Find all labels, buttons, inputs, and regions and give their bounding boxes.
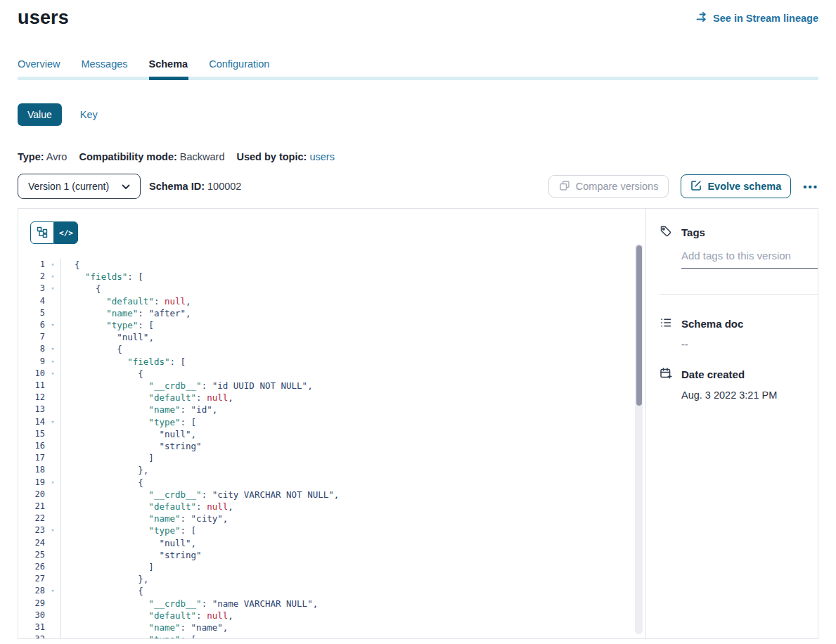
- code-line: 8▾ {: [18, 343, 645, 355]
- line-number: 1: [18, 259, 45, 271]
- line-number: 28: [18, 585, 45, 597]
- line-number: 6: [18, 319, 45, 331]
- type-label: Type:: [18, 151, 44, 162]
- page-title: users: [18, 7, 69, 29]
- line-number: 26: [18, 561, 45, 573]
- key-toggle-link[interactable]: Key: [80, 109, 98, 120]
- code-text: {: [60, 368, 645, 380]
- code-view-toolbar: </>: [18, 209, 645, 244]
- code-line: 24 "null",: [18, 537, 645, 549]
- compare-versions-button[interactable]: Compare versions: [548, 175, 669, 198]
- more-options-button[interactable]: •••: [803, 181, 818, 193]
- code-line: 16 "string": [18, 440, 645, 452]
- fold-spacer: [45, 561, 60, 573]
- version-select[interactable]: Version 1 (current): [18, 174, 141, 199]
- compare-versions-label: Compare versions: [576, 181, 659, 192]
- fold-arrow-icon[interactable]: ▾: [45, 283, 60, 295]
- schema-code-editor[interactable]: 1▾{2▾ "fields": [3▾ {4 "default": null,5…: [18, 259, 645, 638]
- line-number: 7: [18, 331, 45, 343]
- code-line: 5 "name": "after",: [18, 307, 645, 319]
- schema-id-value: 100002: [207, 181, 241, 192]
- line-number: 30: [18, 610, 45, 622]
- line-number: 15: [18, 428, 45, 440]
- fold-spacer: [45, 380, 60, 392]
- line-number: 2: [18, 271, 45, 283]
- line-number: 24: [18, 537, 45, 549]
- compatibility-value: Backward: [180, 151, 225, 162]
- fold-arrow-icon[interactable]: ▾: [45, 343, 60, 355]
- code-text: "__crdb__": "name VARCHAR NULL",: [60, 598, 645, 610]
- tree-view-button[interactable]: [30, 221, 54, 244]
- line-number: 13: [18, 404, 45, 416]
- fold-spacer: [45, 537, 60, 549]
- fold-spacer: [45, 440, 60, 452]
- schema-id-label: Schema ID:: [149, 181, 205, 192]
- code-text: "default": null,: [60, 295, 645, 307]
- code-text: {: [60, 477, 645, 489]
- code-line: 27 },: [18, 573, 645, 585]
- code-view-button[interactable]: </>: [54, 221, 78, 244]
- fold-arrow-icon[interactable]: ▾: [45, 416, 60, 428]
- line-number: 16: [18, 440, 45, 452]
- fold-arrow-icon[interactable]: ▾: [45, 259, 60, 271]
- code-text: "fields": [: [60, 356, 645, 368]
- see-in-stream-lineage-link[interactable]: See in Stream lineage: [695, 11, 818, 25]
- code-text: "null",: [60, 331, 645, 343]
- code-scrollbar-thumb[interactable]: [636, 245, 642, 406]
- view-mode-toggle: </>: [30, 221, 78, 244]
- code-line: 21 "default": null,: [18, 501, 645, 513]
- tags-header: Tags: [660, 225, 818, 240]
- code-text: "null",: [60, 428, 645, 440]
- code-lines: 1▾{2▾ "fields": [3▾ {4 "default": null,5…: [18, 259, 645, 638]
- code-line: 2▾ "fields": [: [18, 271, 645, 283]
- code-line: 13 "name": "id",: [18, 404, 645, 416]
- line-number: 32: [18, 633, 45, 638]
- fold-arrow-icon[interactable]: ▾: [45, 271, 60, 283]
- fold-arrow-icon[interactable]: ▾: [45, 477, 60, 489]
- code-line: 4 "default": null,: [18, 295, 645, 307]
- tab-schema[interactable]: Schema: [149, 58, 188, 77]
- fold-arrow-icon[interactable]: ▾: [45, 319, 60, 331]
- code-view-icon: </>: [59, 228, 73, 238]
- fold-spacer: [45, 622, 60, 633]
- code-scrollbar-track[interactable]: [635, 244, 643, 634]
- schema-doc-section: Schema doc --: [660, 316, 818, 350]
- fold-spacer: [45, 513, 60, 524]
- code-line: 23▾ "type": [: [18, 524, 645, 536]
- fold-arrow-icon[interactable]: ▾: [45, 356, 60, 368]
- fold-arrow-icon[interactable]: ▾: [45, 524, 60, 536]
- line-number: 9: [18, 356, 45, 368]
- tab-configuration[interactable]: Configuration: [209, 58, 269, 77]
- code-line: 26 ]: [18, 561, 645, 573]
- active-tab-indicator: [149, 77, 188, 80]
- topic-link[interactable]: users: [309, 151, 334, 162]
- code-line: 3▾ {: [18, 283, 645, 295]
- fold-spacer: [45, 428, 60, 440]
- value-key-toggle: Value Key: [0, 103, 836, 126]
- schema-id: Schema ID: 100002: [149, 181, 241, 192]
- fold-arrow-icon[interactable]: ▾: [45, 368, 60, 380]
- line-number: 23: [18, 524, 45, 536]
- tab-messages[interactable]: Messages: [81, 58, 127, 77]
- value-toggle-button[interactable]: Value: [18, 103, 62, 126]
- tab-track: [18, 77, 818, 80]
- code-text: "string": [60, 440, 645, 452]
- fold-arrow-icon[interactable]: ▾: [45, 585, 60, 597]
- evolve-schema-button[interactable]: Evolve schema: [681, 174, 791, 198]
- code-text: "default": null,: [60, 392, 645, 404]
- date-created-title: Date created: [681, 368, 745, 380]
- compatibility-mode: Compatibility mode: Backward: [79, 151, 224, 162]
- code-line: 19▾ {: [18, 477, 645, 489]
- calendar-plus-icon: [660, 367, 672, 382]
- line-number: 10: [18, 368, 45, 380]
- line-number: 31: [18, 622, 45, 633]
- tab-overview[interactable]: Overview: [18, 58, 60, 77]
- code-line: 1▾{: [18, 259, 645, 271]
- code-text: "default": null,: [60, 610, 645, 622]
- schema-version-panel: </> 1▾{2▾ "fields": [3▾ {4 "default": nu…: [18, 208, 818, 639]
- schema-doc-title: Schema doc: [681, 318, 743, 330]
- schema-type: Type: Avro: [18, 151, 67, 162]
- fold-arrow-icon[interactable]: ▾: [45, 633, 60, 638]
- list-icon: [660, 316, 672, 331]
- add-tags-input[interactable]: [681, 250, 818, 269]
